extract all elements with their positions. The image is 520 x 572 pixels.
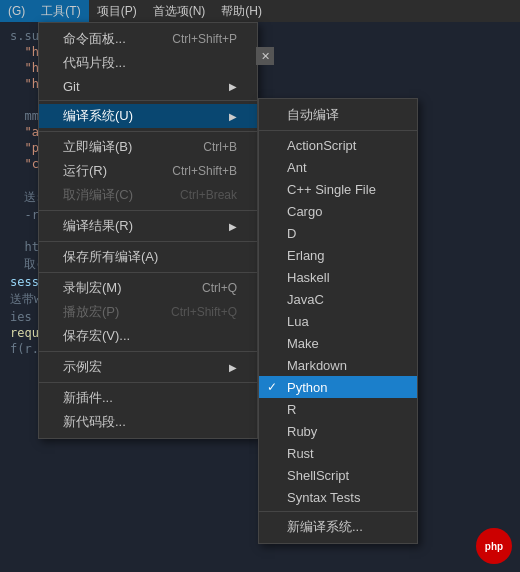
close-button[interactable]: ✕ [256,47,274,65]
menu-item-macro-examples[interactable]: 示例宏 ▶ [39,355,257,379]
menu-item-git[interactable]: Git ▶ [39,75,257,97]
separator [39,210,257,211]
dropdown-container: 命令面板... Ctrl+Shift+P 代码片段... Git ▶ 编译系统(… [38,22,258,439]
submenu-item-ruby[interactable]: Ruby [259,420,417,442]
submenu-item-cargo[interactable]: Cargo [259,200,417,222]
arrow-icon: ▶ [229,111,237,122]
submenu-item-auto-build[interactable]: 自动编译 [259,103,417,127]
submenu-item-syntax-tests[interactable]: Syntax Tests [259,486,417,508]
submenu-item-lua[interactable]: Lua [259,310,417,332]
menu-item-save-macro[interactable]: 保存宏(V)... [39,324,257,348]
menu-item-cancel-build: 取消编译(C) Ctrl+Break [39,183,257,207]
arrow-icon: ▶ [229,362,237,373]
menu-item-new-snippet[interactable]: 新代码段... [39,410,257,434]
menubar-item-project[interactable]: 项目(P) [89,0,145,22]
separator [39,351,257,352]
submenu-item-erlang[interactable]: Erlang [259,244,417,266]
submenu-item-javac[interactable]: JavaC [259,288,417,310]
submenu-item-make[interactable]: Make [259,332,417,354]
menu-item-build[interactable]: 立即编译(B) Ctrl+B [39,135,257,159]
submenu-item-python[interactable]: ✓ Python [259,376,417,398]
submenu-item-ant[interactable]: Ant [259,156,417,178]
build-system-submenu: 自动编译 ActionScript Ant C++ Single File Ca… [258,98,418,544]
submenu-item-r[interactable]: R [259,398,417,420]
submenu-separator [259,130,417,131]
menu-item-snippets[interactable]: 代码片段... [39,51,257,75]
menu-item-new-plugin[interactable]: 新插件... [39,386,257,410]
submenu-item-markdown[interactable]: Markdown [259,354,417,376]
menu-item-command-palette[interactable]: 命令面板... Ctrl+Shift+P [39,27,257,51]
menu-item-record-macro[interactable]: 录制宏(M) Ctrl+Q [39,276,257,300]
submenu-item-shellscript[interactable]: ShellScript [259,464,417,486]
separator [39,100,257,101]
menu-item-save-all-build[interactable]: 保存所有编译(A) [39,245,257,269]
menu-item-build-results[interactable]: 编译结果(R) ▶ [39,214,257,238]
checkmark-icon: ✓ [267,380,277,394]
submenu-separator [259,511,417,512]
separator [39,241,257,242]
tools-menu: 命令面板... Ctrl+Shift+P 代码片段... Git ▶ 编译系统(… [38,22,258,439]
submenu-item-cpp-single[interactable]: C++ Single File [259,178,417,200]
submenu-item-haskell[interactable]: Haskell [259,266,417,288]
separator [39,131,257,132]
menubar: (G) 工具(T) 项目(P) 首选项(N) 帮助(H) [0,0,520,22]
menu-item-build-system[interactable]: 编译系统(U) ▶ [39,104,257,128]
submenu-item-actionscript[interactable]: ActionScript [259,134,417,156]
arrow-icon: ▶ [229,81,237,92]
menu-item-run[interactable]: 运行(R) Ctrl+Shift+B [39,159,257,183]
menubar-item-g[interactable]: (G) [0,0,33,22]
arrow-icon: ▶ [229,221,237,232]
menubar-item-preferences[interactable]: 首选项(N) [145,0,214,22]
menubar-item-tools[interactable]: 工具(T) [33,0,88,22]
submenu-item-new-build-system[interactable]: 新编译系统... [259,515,417,539]
submenu-item-d[interactable]: D [259,222,417,244]
submenu-item-rust[interactable]: Rust [259,442,417,464]
separator [39,382,257,383]
menubar-item-help[interactable]: 帮助(H) [213,0,270,22]
separator [39,272,257,273]
php-badge: php [476,528,512,564]
menu-item-play-macro: 播放宏(P) Ctrl+Shift+Q [39,300,257,324]
